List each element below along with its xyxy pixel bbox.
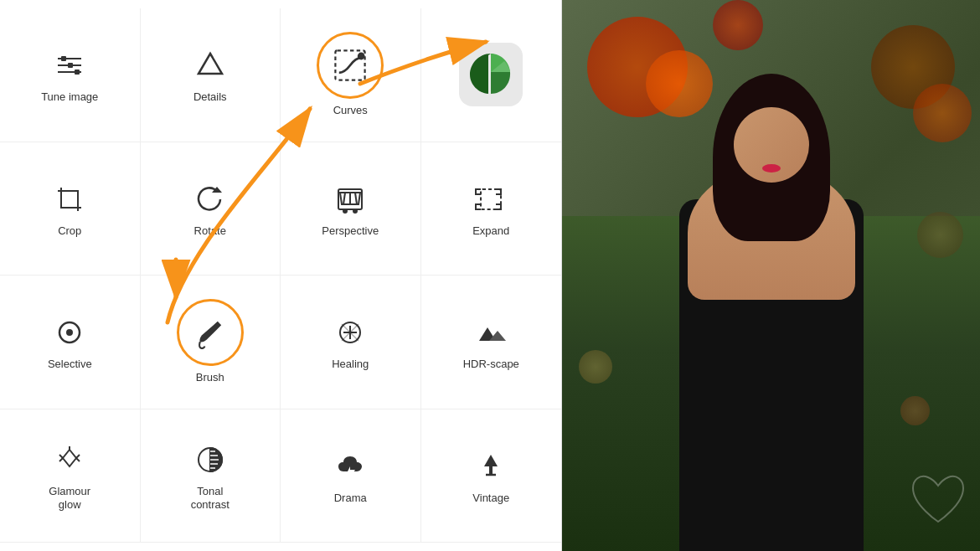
perspective-icon: [330, 179, 370, 219]
tool-expand[interactable]: Expand: [421, 142, 562, 276]
vintage-label: Vintage: [472, 492, 509, 505]
details-label: Details: [193, 90, 227, 104]
tonal-contrast-icon: [190, 440, 230, 480]
svg-rect-18: [481, 189, 501, 209]
left-panel: Tune image Details Curves: [0, 0, 561, 551]
svg-line-15: [343, 193, 345, 204]
tonal-contrast-label: Tonalcontrast: [191, 485, 230, 511]
glamour-glow-icon: [49, 440, 90, 480]
healing-icon: [330, 312, 370, 353]
tool-curves[interactable]: Curves: [281, 8, 421, 142]
svg-rect-10: [61, 191, 78, 208]
expand-icon: [471, 179, 511, 219]
crop-icon: [49, 179, 90, 219]
hdr-scape-icon: [471, 312, 511, 353]
svg-rect-4: [68, 63, 73, 68]
tool-selective[interactable]: Selective: [0, 276, 141, 409]
tune-image-icon: [49, 45, 90, 85]
svg-rect-5: [75, 70, 80, 75]
tool-drama[interactable]: Drama: [281, 409, 421, 543]
woman-figure: [637, 65, 905, 551]
svg-point-14: [353, 209, 357, 213]
bokeh-3: [713, 0, 763, 50]
tools-grid: Tune image Details Curves: [0, 0, 561, 551]
selective-label: Selective: [48, 358, 92, 371]
snapseed-logo: [457, 41, 524, 108]
details-icon: [190, 45, 230, 85]
svg-point-20: [67, 330, 72, 335]
tune-image-label: Tune image: [41, 90, 98, 104]
brush-icon: [177, 299, 244, 366]
glamour-glow-label: Glamourglow: [49, 485, 90, 511]
svg-line-17: [355, 193, 357, 204]
healing-label: Healing: [332, 358, 369, 371]
svg-line-31: [76, 458, 80, 461]
bokeh-7: [917, 212, 963, 258]
heart-cutout: [905, 467, 972, 534]
brush-label: Brush: [196, 371, 224, 384]
expand-label: Expand: [472, 224, 509, 238]
curves-icon: [317, 32, 384, 99]
rotate-label: Rotate: [194, 224, 226, 238]
svg-marker-28: [63, 450, 76, 466]
tool-hdr-scape[interactable]: HDR-scape: [421, 276, 562, 409]
lips: [762, 164, 781, 173]
rotate-icon: [190, 179, 230, 219]
svg-point-13: [343, 209, 347, 213]
tool-rotate[interactable]: Rotate: [141, 142, 281, 276]
selective-icon: [49, 312, 90, 353]
svg-line-33: [59, 458, 63, 461]
tool-brush[interactable]: Brush: [141, 276, 281, 409]
tool-crop[interactable]: Crop: [0, 142, 141, 276]
tool-glamour-glow[interactable]: Glamourglow: [0, 409, 141, 543]
svg-rect-3: [61, 56, 66, 61]
svg-marker-6: [199, 54, 222, 74]
crop-label: Crop: [58, 224, 81, 238]
bokeh-6: [579, 350, 612, 384]
tool-tonal-contrast[interactable]: Tonalcontrast: [141, 409, 281, 543]
curves-label: Curves: [333, 104, 368, 117]
perspective-label: Perspective: [322, 224, 379, 238]
tool-tune-image[interactable]: Tune image: [0, 8, 141, 142]
tool-healing[interactable]: Healing: [281, 276, 421, 409]
drama-label: Drama: [334, 492, 367, 505]
photo-background: [562, 0, 980, 551]
tool-perspective[interactable]: Perspective: [281, 142, 421, 276]
bokeh-8: [900, 396, 930, 425]
bokeh-5: [913, 84, 972, 142]
tool-vintage[interactable]: Vintage: [421, 409, 562, 543]
snapseed-logo-cell: [421, 8, 562, 142]
tool-details[interactable]: Details: [141, 8, 281, 142]
svg-point-8: [358, 54, 364, 59]
right-panel: [562, 0, 980, 551]
vintage-icon: [471, 446, 511, 487]
drama-icon: [330, 446, 370, 487]
hdr-scape-label: HDR-scape: [463, 358, 519, 371]
